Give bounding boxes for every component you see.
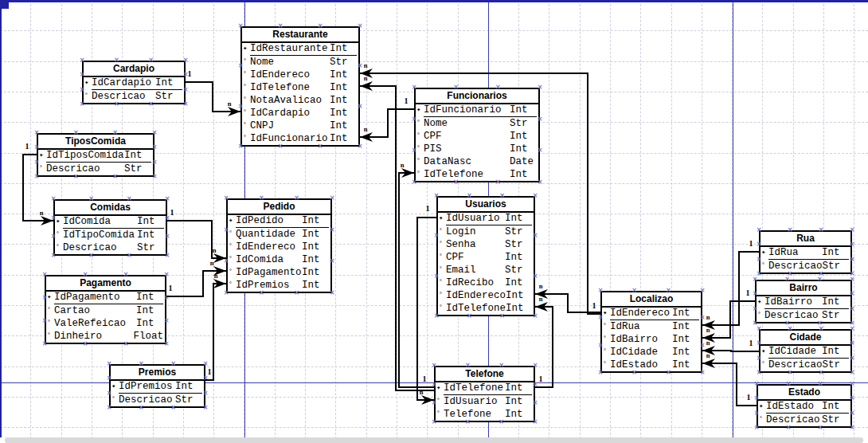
cardinality-label: 1 bbox=[25, 142, 29, 151]
table-cidade[interactable]: Cidade✦IdCidadeInt°DescricaoStr bbox=[759, 329, 852, 373]
field-row-telefone: °TelefoneInt bbox=[436, 408, 534, 421]
field-row-descricao: °DescricaoStr bbox=[758, 414, 850, 426]
table-title[interactable]: Estado bbox=[758, 386, 850, 401]
relation-rua-localizao.idrua[interactable] bbox=[702, 252, 759, 325]
field-name: Descricao bbox=[768, 261, 823, 272]
field-name: IdRecibo bbox=[446, 277, 505, 289]
primary-key-icon: ✦ bbox=[111, 381, 119, 393]
field-row-idcomida: ✦IdComidaInt bbox=[55, 216, 166, 229]
relation-comidas-pedido.idcomida[interactable] bbox=[167, 221, 226, 258]
field-name: IdRestaurante bbox=[250, 43, 330, 55]
table-title[interactable]: Pedido bbox=[228, 200, 330, 215]
table-premios[interactable]: Premios✦IdPremiosInt°DescricaoStr bbox=[109, 364, 205, 408]
field-name: IdRua bbox=[610, 321, 672, 333]
grid-line bbox=[580, 0, 581, 443]
table-title[interactable]: Cardapio bbox=[84, 62, 184, 77]
attribute-icon: ° bbox=[243, 106, 250, 118]
table-cardapio[interactable]: Cardapio✦IdCardapioInt°DescricaoStr bbox=[82, 61, 186, 104]
field-name: Nome bbox=[424, 118, 510, 130]
field-type: Int bbox=[510, 131, 537, 143]
field-type: Int bbox=[672, 308, 699, 320]
field-type: Str bbox=[330, 57, 357, 69]
table-usuarios[interactable]: Usuarios✦IdUsuarioInt°LoginStr°SenhaStr°… bbox=[436, 196, 535, 316]
table-restaurante[interactable]: Restaurante✦IdRestauranteInt°NomeStr°IdE… bbox=[240, 26, 360, 147]
relation-estado-localizao.idestado[interactable] bbox=[702, 363, 757, 406]
field-row-idrestaurante: ✦IdRestauranteInt bbox=[242, 43, 358, 56]
table-title[interactable]: TiposComida bbox=[38, 135, 153, 150]
field-name: IdCardapio bbox=[250, 108, 330, 120]
field-name: IdPagamento bbox=[54, 292, 136, 304]
page-origin-marker bbox=[0, 0, 9, 9]
table-pagamento[interactable]: Pagamento✦IdPagamentoInt°CartaoInt°ValeR… bbox=[45, 275, 166, 344]
grid-line bbox=[213, 0, 214, 443]
table-title[interactable]: Localizao bbox=[602, 292, 701, 308]
table-title[interactable]: Usuarios bbox=[438, 198, 534, 213]
field-row-descricao: °DescricaoStr bbox=[38, 163, 153, 175]
field-name: Nome bbox=[250, 57, 330, 69]
table-title[interactable]: Funcionarios bbox=[416, 89, 538, 104]
table-title[interactable]: Restaurante bbox=[242, 28, 358, 43]
field-row-notaavalicao: °NotaAvalicaoInt bbox=[242, 94, 358, 107]
table-estado[interactable]: Estado✦IdEstadoInt°DescricaoStr bbox=[757, 384, 852, 428]
many-arrow-icon bbox=[702, 320, 715, 330]
table-funcionarios[interactable]: Funcionarios✦IdFuncionarioInt°NomeStr°CP… bbox=[414, 88, 540, 182]
table-comidas[interactable]: Comidas✦IdComidaInt°IdTipoComidaInt°Desc… bbox=[53, 199, 167, 256]
field-name: Descricao bbox=[119, 394, 175, 406]
primary-key-icon: ✦ bbox=[416, 104, 424, 116]
table-title[interactable]: Cidade bbox=[760, 331, 850, 346]
relation-telefone-usuarios.idtelefone[interactable] bbox=[535, 307, 553, 387]
table-title[interactable]: Telefone bbox=[436, 367, 534, 382]
relation-localizao-usuarios.idendereco[interactable] bbox=[535, 294, 600, 312]
field-name: Dinheiro bbox=[54, 331, 133, 343]
attribute-icon: ° bbox=[229, 227, 236, 239]
table-title[interactable]: Bairro bbox=[757, 281, 850, 296]
field-type: Int bbox=[136, 318, 163, 330]
field-type: Int bbox=[302, 267, 329, 279]
field-name: IdEndereco bbox=[446, 290, 506, 302]
field-row-descricao: °DescricaoStr bbox=[760, 260, 850, 272]
field-type: Str bbox=[823, 261, 850, 272]
table-title[interactable]: Pagamento bbox=[46, 276, 165, 292]
field-type: Int bbox=[136, 305, 163, 317]
grid-line bbox=[549, 0, 549, 443]
table-pedido[interactable]: Pedido✦IdPedidoInt°QuantidadeInt°IdEnder… bbox=[226, 198, 332, 293]
cardinality-label: n bbox=[401, 161, 405, 169]
field-type: Int bbox=[330, 69, 357, 81]
horizontal-scrollbar[interactable] bbox=[5, 437, 863, 443]
relation-funcionarios-restaurante.idfuncionario[interactable] bbox=[360, 109, 414, 137]
field-name: IdTelefone bbox=[250, 82, 330, 94]
attribute-icon: ° bbox=[47, 316, 54, 328]
table-title[interactable]: Premios bbox=[111, 366, 204, 381]
field-type: Int bbox=[330, 95, 357, 107]
cardinality-label: 1 bbox=[169, 284, 173, 292]
primary-key-icon: ✦ bbox=[436, 382, 444, 394]
table-bairro[interactable]: Bairro✦IdBairroInt°DescricaoStr bbox=[755, 280, 852, 323]
field-row-idpremios: ✦IdPremiosInt bbox=[111, 381, 204, 394]
table-localizao[interactable]: Localizao✦IdEnderecoInt°IdRuaInt°IdBairr… bbox=[600, 291, 702, 373]
attribute-icon: ° bbox=[47, 329, 54, 341]
table-title[interactable]: Comidas bbox=[55, 201, 166, 216]
field-type: Int bbox=[510, 169, 537, 181]
grid-line bbox=[762, 0, 763, 443]
relation-premios-pedido.idpremios[interactable] bbox=[205, 284, 226, 380]
field-type: Str bbox=[124, 163, 151, 175]
cardinality-label: n bbox=[706, 313, 710, 321]
attribute-icon: ° bbox=[603, 320, 610, 331]
table-telefone[interactable]: Telefone✦IdTelefoneInt°IdUsuarioInt°Tele… bbox=[434, 366, 535, 422]
relation-cidade-localizao.idcidade[interactable] bbox=[702, 351, 759, 351]
grid-line bbox=[823, 0, 824, 443]
relation-telefone-funcionarios.idtelefone[interactable] bbox=[399, 173, 434, 387]
field-row-idendereco: °IdEnderecoInt bbox=[242, 69, 358, 81]
field-row-idfuncionario: ✦IdFuncionarioInt bbox=[416, 104, 538, 117]
attribute-icon: ° bbox=[416, 155, 424, 167]
attribute-icon: ° bbox=[243, 119, 250, 131]
table-rua[interactable]: Rua✦IdRuaInt°DescricaoStr bbox=[759, 230, 852, 274]
table-title[interactable]: Rua bbox=[760, 232, 850, 247]
diagram-canvas[interactable]: Restaurante✦IdRestauranteInt°NomeStr°IdE… bbox=[0, 0, 868, 443]
grid-line bbox=[366, 0, 367, 443]
field-type: Int bbox=[672, 334, 699, 346]
field-name: IdEndereco bbox=[236, 241, 302, 253]
table-tiposcomida[interactable]: TiposComida✦IdTiposComidaInt°DescricaoSt… bbox=[37, 133, 154, 177]
field-row-pis: °PISInt bbox=[416, 143, 538, 155]
relation-bairro-localizao.idbairro[interactable] bbox=[702, 301, 755, 338]
